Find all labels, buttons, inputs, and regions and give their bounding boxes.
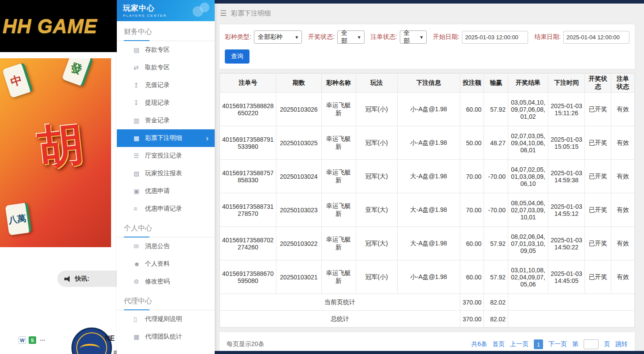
sidebar-item-link[interactable]: ▥资金记录 — [117, 112, 215, 129]
current-page-stats-row: 当前页统计370.0082.02 — [220, 294, 635, 311]
query-button[interactable]: 查询 — [225, 49, 249, 64]
mahjong-banner-image: 中 發 八萬 胡 — [0, 58, 111, 247]
current-page-badge[interactable]: 1 — [534, 339, 543, 349]
jump-button[interactable]: 跳转 — [615, 340, 628, 348]
cell-bet-info: 大-A盘@1.98 — [397, 160, 460, 193]
cell-bet-status: 有效 — [611, 260, 635, 294]
prev-page-link[interactable]: 上一页 — [510, 340, 529, 348]
sidebar-item-label: 修改密码 — [145, 278, 170, 286]
sidebar-item-label: 资金记录 — [145, 117, 170, 124]
sidebar-item-link[interactable]: ▦代理团队统计 — [117, 328, 215, 346]
left-footer: NE 房 WS⋯ — [0, 287, 117, 354]
start-date-input[interactable] — [462, 31, 528, 44]
cell-bet-no: 401569173588731278570 — [220, 193, 276, 227]
table-row: 40156917358875785833020250103024幸运飞艇新冠军(… — [220, 160, 635, 193]
cell-draw-status: 已开奖 — [585, 260, 611, 294]
column-header: 注单状态 — [611, 74, 635, 93]
cell-bet-status: 有效 — [611, 126, 635, 160]
promo-apply-icon: ▣ — [134, 188, 145, 195]
sidebar-item-link[interactable]: ⇄取款专区 — [117, 59, 215, 76]
sidebar-item-link[interactable]: ↥充值记录 — [117, 76, 215, 94]
table-row: 40156917358873127857020250103023幸运飞艇新亚军(… — [220, 193, 635, 227]
withdraw-icon: ⇄ — [134, 64, 145, 71]
cell-bet-amount: 60.00 — [460, 227, 484, 260]
sidebar-item-link[interactable]: ▤存款专区 — [117, 41, 215, 59]
column-header: 期数 — [276, 74, 321, 93]
draw-status-select[interactable]: 全部 ▼ — [337, 30, 365, 44]
cell-period: 20250103023 — [276, 193, 321, 227]
sidebar-item-link[interactable]: ≡优惠申请记录 — [117, 200, 215, 218]
stats-winloss-total: 82.02 — [484, 311, 508, 328]
sidebar-item-link[interactable]: ▯代理规则说明 — [117, 310, 215, 328]
stats-bet-total: 370.00 — [460, 311, 484, 328]
cell-bet-amount: 60.00 — [460, 93, 484, 126]
footer-sub-text: 房 — [113, 350, 117, 354]
cell-period: 20250103025 — [276, 126, 321, 160]
funds-record-icon: ▥ — [134, 117, 145, 124]
cell-bet-amount: 60.00 — [460, 260, 484, 294]
sidebar-item-link[interactable]: ☰厅室投注记录 — [117, 147, 215, 165]
total-stats-row: 总统计370.0082.02 — [220, 311, 635, 328]
cell-play-type: 冠军(小) — [356, 93, 397, 126]
column-header: 下注信息 — [397, 74, 460, 93]
withdraw-record-icon: ↧ — [134, 99, 145, 106]
menu-toggle-icon[interactable]: ☰ — [220, 9, 227, 18]
section-label: 财务中心 — [117, 21, 215, 41]
cell-draw-status: 已开奖 — [585, 93, 611, 126]
chevron-down-icon: ▼ — [419, 35, 424, 40]
promo-apply-record-icon: ≡ — [134, 205, 145, 212]
cell-bet-info: 大-A盘@1.98 — [397, 193, 460, 227]
cell-bet-time: 2025-01-03 15:05:15 — [548, 126, 585, 160]
stats-empty — [508, 294, 634, 311]
cell-draw-result: 08,02,06,04,07,01,03,10,09,05 — [508, 227, 548, 260]
page-size-text: 每页显示20条 — [227, 340, 264, 348]
mahjong-tile: 發 — [62, 58, 93, 87]
column-header: 投注额 — [460, 74, 484, 93]
more-icon: ⋯ — [39, 336, 46, 344]
cell-win-loss: -70.00 — [484, 160, 508, 193]
cell-bet-no: 401569173588702274260 — [220, 227, 276, 260]
lottery-type-label: 彩种类型: — [225, 33, 251, 41]
cell-win-loss: 57.92 — [484, 93, 508, 126]
top-navy-bar — [215, 0, 644, 4]
jump-page-input[interactable] — [584, 339, 599, 349]
sidebar-item-link[interactable]: ▣优惠申请 — [117, 182, 215, 200]
sidebar-item-link[interactable]: ▧玩家投注报表 — [117, 165, 215, 182]
sidebar-item-active[interactable]: ▦彩票下注明细› — [117, 129, 215, 147]
sidebar-item-link[interactable]: ✉消息公告 — [117, 237, 215, 255]
cell-lottery-name: 幸运飞艇新 — [321, 227, 356, 260]
s-app-icon: S — [29, 336, 36, 344]
cell-bet-no: 401569173588828650220 — [220, 93, 276, 126]
cell-play-type: 冠军(小) — [356, 126, 397, 160]
first-page-link[interactable]: 首页 — [492, 340, 505, 348]
cell-bet-status: 有效 — [611, 160, 635, 193]
cell-play-type: 冠军(大) — [356, 227, 397, 260]
jump-suffix: 页 — [604, 340, 610, 348]
sidebar-item-label: 玩家投注报表 — [145, 169, 182, 177]
sidebar-item-label: 取款专区 — [145, 64, 170, 72]
cell-bet-no: 401569173588670595080 — [220, 260, 276, 294]
stats-empty — [508, 311, 634, 328]
sidebar-item-link[interactable]: ☻个人资料 — [117, 255, 215, 273]
lottery-type-select[interactable]: 全部彩种 ▼ — [254, 30, 302, 44]
cell-lottery-name: 幸运飞艇新 — [321, 126, 356, 160]
filter-panel: 彩种类型: 全部彩种 ▼ 开奖状态: 全部 ▼ 注单状态: 全部 ▼ 开始日期:… — [219, 24, 635, 69]
cell-draw-result: 03,05,04,10,09,07,06,08,01,02 — [508, 93, 548, 126]
cell-lottery-name: 幸运飞艇新 — [321, 193, 356, 227]
next-page-link[interactable]: 下一页 — [548, 340, 567, 348]
cell-bet-no: 401569173588791533980 — [220, 126, 276, 160]
end-date-input[interactable] — [563, 31, 629, 44]
table-header-row: 注单号期数彩种名称玩法下注信息投注额输赢开奖结果下注时间开奖状态注单状态 — [220, 74, 635, 93]
doc-icon: W — [19, 336, 26, 344]
cell-lottery-name: 幸运飞艇新 — [321, 260, 356, 294]
bets-table-panel: 注单号期数彩种名称玩法下注信息投注额输赢开奖结果下注时间开奖状态注单状态 401… — [219, 73, 635, 328]
cell-draw-result: 03,01,10,08,02,04,09,07,05,06 — [508, 260, 548, 294]
order-status-select[interactable]: 全部 ▼ — [400, 30, 427, 44]
sidebar-item-label: 厅室投注记录 — [145, 152, 182, 160]
sidebar-item-link[interactable]: ⚙修改密码 — [117, 273, 215, 290]
order-status-value: 全部 — [404, 29, 416, 45]
sidebar-item-label: 代理规则说明 — [145, 315, 182, 323]
recharge-record-icon: ↥ — [134, 82, 145, 89]
cell-period: 20250103026 — [276, 93, 321, 126]
sidebar-item-link[interactable]: ↧提现记录 — [117, 94, 215, 112]
